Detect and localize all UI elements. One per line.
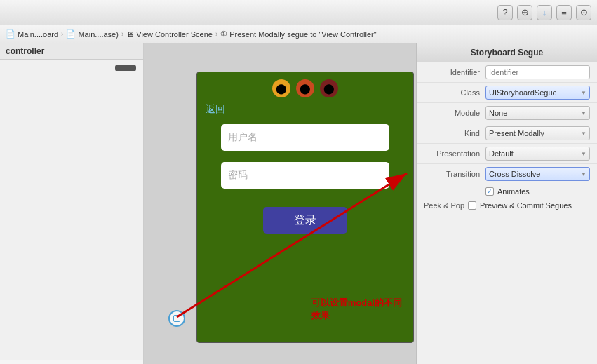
main-area: controller ⬤ ⬤ ⬤ 返回 用户名 密码 登录 bbox=[0, 43, 597, 364]
inspector-row-kind: Kind Present Modally ▼ bbox=[417, 123, 597, 144]
transition-value: Cross Dissolve bbox=[489, 170, 540, 178]
breadcrumb-item-4[interactable]: ① Present Modally segue to "View Control… bbox=[220, 29, 376, 39]
class-select[interactable]: UIStoryboardSegue ▼ bbox=[485, 86, 590, 100]
peek-pop-row: Peek & Pop Preview & Commit Segues bbox=[417, 198, 597, 213]
inspector-title: Storyboard Segue bbox=[417, 43, 597, 62]
module-select[interactable]: None ▼ bbox=[485, 106, 590, 120]
module-value: None bbox=[489, 109, 507, 117]
annotation: 可以设置modal的不同 效果 bbox=[311, 297, 402, 322]
class-arrow-icon: ▼ bbox=[581, 90, 586, 96]
breadcrumb-item-2[interactable]: 📄 Main....ase) bbox=[66, 29, 118, 39]
circle-icon[interactable]: ⊙ bbox=[576, 5, 591, 20]
breadcrumb-label-1: Main....oard bbox=[18, 30, 58, 39]
annotation-line2: 效果 bbox=[311, 309, 402, 322]
breadcrumb: 📄 Main....oard › 📄 Main....ase) › 🖥 View… bbox=[0, 25, 597, 43]
breadcrumb-sep-3: › bbox=[215, 30, 217, 38]
segue-indicator[interactable] bbox=[168, 310, 185, 327]
transition-label: Transition bbox=[424, 170, 480, 178]
inspector-row-module: Module None ▼ bbox=[417, 103, 597, 123]
kind-label: Kind bbox=[424, 129, 480, 137]
help-icon[interactable]: ? bbox=[497, 5, 513, 20]
presentation-select[interactable]: Default ▼ bbox=[485, 147, 590, 161]
toolbar-icons: ? ⊕ ↓ ≡ ⊙ bbox=[497, 5, 591, 20]
identifier-label: Identifier bbox=[424, 68, 480, 76]
inspector-row-transition: Transition Cross Dissolve ▼ bbox=[417, 164, 597, 184]
storyboard-icon-1: 📄 bbox=[6, 29, 15, 39]
back-button[interactable]: 返回 bbox=[206, 103, 225, 116]
module-arrow-icon: ▼ bbox=[581, 110, 586, 116]
transition-select[interactable]: Cross Dissolve ▼ bbox=[485, 167, 590, 181]
breadcrumb-label-3: View Controller Scene bbox=[136, 30, 213, 39]
vc-login-topicons: ⬤ ⬤ ⬤ bbox=[272, 72, 338, 103]
kind-value: Present Modally bbox=[489, 129, 544, 137]
segue-icon: ① bbox=[220, 29, 227, 39]
breadcrumb-sep-2: › bbox=[121, 30, 123, 38]
inspector-row-identifier: Identifier bbox=[417, 62, 597, 83]
username-field[interactable]: 用户名 bbox=[221, 124, 389, 151]
storyboard-icon-2: 📄 bbox=[66, 29, 76, 39]
kind-arrow-icon: ▼ bbox=[581, 130, 586, 137]
inspector-row-class: Class UIStoryboardSegue ▼ bbox=[417, 83, 597, 103]
inspector-panel: Storyboard Segue Identifier Class UIStor… bbox=[416, 43, 597, 364]
vc-left-body bbox=[0, 60, 143, 360]
breadcrumb-item-1[interactable]: 📄 Main....oard bbox=[6, 29, 58, 39]
animates-checkbox[interactable]: ✓ bbox=[485, 187, 494, 196]
vc-scene-icon: 🖥 bbox=[126, 30, 134, 39]
login-icon-yellow: ⬤ bbox=[272, 79, 290, 97]
add-icon[interactable]: ⊕ bbox=[517, 5, 532, 20]
identifier-input[interactable] bbox=[485, 65, 590, 79]
class-label: Class bbox=[424, 88, 480, 97]
breadcrumb-label-2: Main....ase) bbox=[78, 30, 118, 39]
login-icon-darkred: ⬤ bbox=[320, 79, 338, 97]
login-icon-red: ⬤ bbox=[296, 79, 314, 97]
breadcrumb-sep-1: › bbox=[61, 30, 63, 38]
vc-left-title: controller bbox=[0, 43, 143, 60]
peek-pop-label: Peek & Pop bbox=[424, 201, 464, 210]
peek-pop-checkbox[interactable] bbox=[468, 201, 476, 210]
segue-square-inner bbox=[173, 315, 180, 322]
vc-minibar bbox=[115, 65, 136, 71]
animates-row: ✓ Animates bbox=[417, 184, 597, 198]
presentation-arrow-icon: ▼ bbox=[581, 151, 586, 157]
presentation-value: Default bbox=[489, 149, 514, 158]
inspector-row-presentation: Presentation Default ▼ bbox=[417, 144, 597, 164]
preview-commit-label: Preview & Commit Segues bbox=[480, 201, 572, 210]
breadcrumb-item-3[interactable]: 🖥 View Controller Scene bbox=[126, 30, 213, 39]
presentation-label: Presentation bbox=[424, 149, 480, 158]
animates-label: Animates bbox=[497, 187, 530, 196]
list-icon[interactable]: ≡ bbox=[556, 5, 572, 20]
class-value: UIStoryboardSegue bbox=[489, 88, 557, 97]
canvas-area: controller ⬤ ⬤ ⬤ 返回 用户名 密码 登录 bbox=[0, 43, 416, 364]
toolbar: ? ⊕ ↓ ≡ ⊙ bbox=[0, 0, 597, 25]
transition-arrow-icon: ▼ bbox=[581, 171, 586, 177]
kind-select[interactable]: Present Modally ▼ bbox=[485, 126, 590, 140]
module-label: Module bbox=[424, 109, 480, 117]
login-button[interactable]: 登录 bbox=[263, 207, 347, 234]
annotation-line1: 可以设置modal的不同 bbox=[311, 297, 402, 309]
download-icon[interactable]: ↓ bbox=[537, 5, 552, 20]
password-field[interactable]: 密码 bbox=[221, 162, 389, 189]
left-view-controller: controller bbox=[0, 43, 144, 364]
breadcrumb-label-4: Present Modally segue to "View Controlle… bbox=[229, 30, 376, 39]
